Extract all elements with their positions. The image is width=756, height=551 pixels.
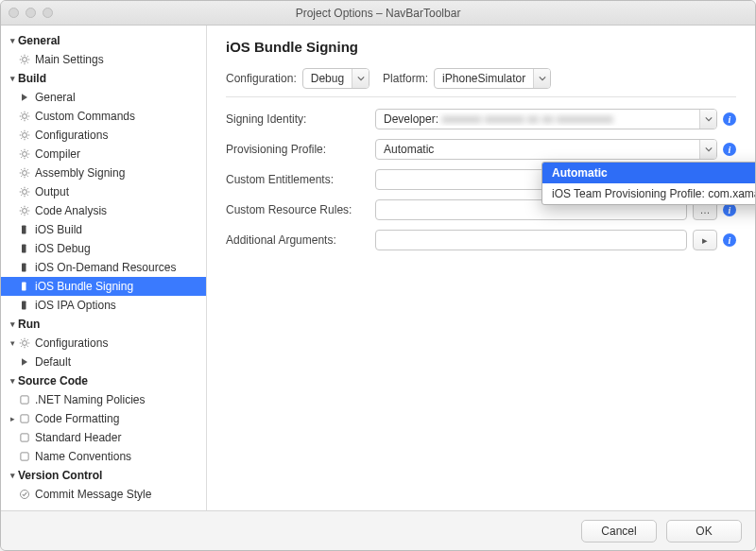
additional-arguments-input[interactable] (375, 230, 687, 250)
sidebar-item-main-settings[interactable]: Main Settings (1, 50, 206, 69)
svg-rect-65 (22, 264, 26, 272)
svg-point-54 (23, 209, 27, 214)
sidebar-item-label: Version Control (18, 469, 102, 482)
sidebar-item-run[interactable]: ▾Run (1, 315, 206, 334)
svg-line-33 (27, 157, 28, 158)
svg-line-34 (21, 157, 22, 158)
info-icon[interactable]: i (723, 112, 736, 126)
svg-line-50 (21, 188, 22, 189)
provisioning-profile-dropdown[interactable]: Automatic iOS Team Provisioning Profile:… (541, 162, 755, 205)
sidebar-item-label: General (18, 34, 60, 47)
sidebar-item-label: .NET Naming Policies (35, 393, 145, 406)
dropdown-option[interactable]: Automatic (542, 163, 755, 183)
ok-button[interactable]: OK (666, 520, 742, 542)
sidebar-item--net-naming-policies[interactable]: .NET Naming Policies (1, 390, 206, 409)
sidebar-item-ios-on-demand-resources[interactable]: iOS On-Demand Resources (1, 258, 206, 277)
info-icon[interactable]: i (723, 143, 736, 156)
additional-arguments-label: Additional Arguments: (226, 233, 368, 247)
platform-select[interactable]: iPhoneSimulator (434, 68, 551, 89)
chevron-down-icon (533, 69, 550, 88)
sidebar-item-label: Compiler (35, 147, 80, 161)
gear-icon (18, 336, 31, 350)
info-icon[interactable]: i (723, 233, 736, 247)
info-icon[interactable]: i (723, 203, 736, 216)
dark-icon (18, 223, 31, 236)
sidebar-item-code-analysis[interactable]: Code Analysis (1, 201, 206, 220)
sidebar-item-ios-build[interactable]: iOS Build (1, 220, 206, 239)
svg-rect-67 (22, 301, 26, 310)
sidebar-item-source-code[interactable]: ▾Source Code (1, 371, 206, 390)
gear-icon (18, 53, 31, 66)
check-icon (18, 488, 31, 501)
svg-point-18 (23, 133, 27, 138)
gear-icon (18, 147, 31, 161)
svg-point-68 (23, 341, 27, 346)
svg-line-32 (21, 150, 22, 151)
sidebar-item-general[interactable]: ▾General (1, 31, 206, 50)
svg-line-15 (27, 119, 28, 120)
svg-line-16 (21, 119, 22, 120)
sidebar-item-commit-message-style[interactable]: Commit Message Style (1, 485, 206, 504)
cancel-button[interactable]: Cancel (581, 520, 657, 542)
caret-icon: ▸ (7, 414, 18, 423)
provisioning-profile-select[interactable]: Automatic (375, 139, 717, 160)
sidebar-item-general[interactable]: General (1, 88, 206, 107)
svg-line-25 (21, 138, 22, 139)
svg-rect-66 (22, 283, 26, 291)
sidebar-item-label: Build (18, 72, 46, 85)
sidebar-item-ios-debug[interactable]: iOS Debug (1, 239, 206, 258)
svg-line-74 (27, 346, 28, 347)
sidebar-item-code-formatting[interactable]: ▸Code Formatting (1, 409, 206, 428)
dropdown-option[interactable]: iOS Team Provisioning Profile: com.xamar… (542, 183, 755, 204)
tri-icon (18, 91, 31, 104)
sidebar-item-ios-ipa-options[interactable]: iOS IPA Options (1, 296, 206, 315)
svg-line-51 (27, 195, 28, 196)
provisioning-profile-label: Provisioning Profile: (226, 143, 368, 156)
sidebar-item-custom-commands[interactable]: Custom Commands (1, 107, 206, 126)
svg-line-62 (27, 207, 28, 208)
svg-line-52 (21, 195, 22, 196)
sidebar-item-label: Configurations (35, 336, 108, 350)
additional-arguments-menu-button[interactable]: ▸ (693, 230, 717, 250)
signing-identity-select[interactable]: Developer: xxxxxxx xxxxxxx xx xx xxxxxxx… (375, 109, 717, 129)
svg-line-41 (21, 169, 22, 170)
sidebar-item-label: Code Formatting (35, 412, 119, 425)
titlebar[interactable]: Project Options – NavBarToolbar (1, 1, 755, 26)
svg-line-59 (21, 207, 22, 208)
svg-point-27 (23, 152, 27, 157)
main-panel: iOS Bundle Signing Configuration: Debug … (207, 26, 755, 510)
sidebar-item-default[interactable]: Default (1, 353, 206, 371)
sidebar-item-standard-header[interactable]: Standard Header (1, 428, 206, 447)
tri-icon (18, 355, 31, 369)
sidebar-item-version-control[interactable]: ▾Version Control (1, 466, 206, 485)
custom-resource-rules-label: Custom Resource Rules: (226, 203, 368, 216)
sidebar-item-compiler[interactable]: Compiler (1, 145, 206, 164)
configuration-select[interactable]: Debug (302, 68, 369, 89)
box-icon (18, 412, 31, 425)
sidebar-item-label: iOS On-Demand Resources (35, 261, 176, 274)
sidebar-item-label: Run (18, 318, 40, 331)
svg-line-7 (21, 62, 22, 63)
sidebar-item-build[interactable]: ▾Build (1, 69, 206, 88)
sidebar-item-name-conventions[interactable]: Name Conventions (1, 447, 206, 466)
minimize-window-button[interactable] (26, 8, 36, 18)
close-window-button[interactable] (9, 8, 19, 18)
sidebar-item-label: Custom Commands (35, 110, 135, 123)
window-controls (9, 8, 53, 18)
svg-line-44 (27, 169, 28, 170)
sidebar-item-ios-bundle-signing[interactable]: iOS Bundle Signing (1, 277, 206, 296)
sidebar[interactable]: ▾GeneralMain Settings▾BuildGeneralCustom… (1, 26, 207, 510)
sidebar-item-output[interactable]: Output (1, 182, 206, 201)
svg-rect-79 (21, 434, 28, 441)
sidebar-item-label: Commit Message Style (35, 488, 151, 501)
sidebar-item-configurations[interactable]: ▾Configurations (1, 334, 206, 353)
sidebar-item-configurations[interactable]: Configurations (1, 126, 206, 145)
svg-line-61 (21, 214, 22, 215)
sidebar-item-assembly-signing[interactable]: Assembly Signing (1, 164, 206, 182)
sidebar-item-label: iOS IPA Options (35, 299, 116, 312)
chevron-down-icon (352, 69, 369, 88)
sidebar-item-label: Standard Header (35, 431, 121, 444)
zoom-window-button[interactable] (43, 8, 53, 18)
svg-line-60 (27, 214, 28, 215)
svg-line-17 (27, 112, 28, 113)
